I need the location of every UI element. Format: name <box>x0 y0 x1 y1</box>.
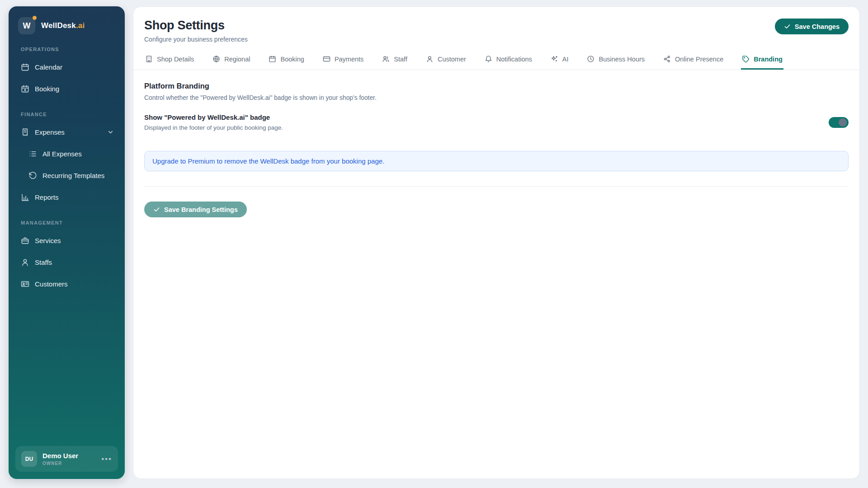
calendar-plus-icon <box>21 84 29 93</box>
bar-chart-icon <box>21 193 29 202</box>
tab-staff[interactable]: Staff <box>381 49 408 70</box>
tab-ai[interactable]: AI <box>550 49 570 70</box>
avatar: DU <box>21 451 37 467</box>
ellipsis-icon[interactable]: ••• <box>101 455 112 464</box>
app-name-suffix: .ai <box>76 21 85 30</box>
section-title: Platform Branding <box>144 82 849 90</box>
sidebar-section-finance: FINANCE <box>21 112 114 117</box>
toggle-knob <box>839 118 847 127</box>
page-title: Shop Settings <box>144 19 248 33</box>
sidebar-item-label: Staffs <box>35 258 52 266</box>
app-name: WellDesk.ai <box>41 21 85 30</box>
sidebar-item-label: Reports <box>35 193 59 201</box>
sidebar-item-staffs[interactable]: Staffs <box>14 253 119 271</box>
sidebar-item-recurring-templates[interactable]: Recurring Templates <box>14 166 119 184</box>
globe-icon <box>212 55 220 63</box>
logo-mark: W <box>18 17 35 34</box>
tab-customer[interactable]: Customer <box>425 49 467 70</box>
sidebar-item-booking[interactable]: Booking <box>14 80 119 98</box>
sidebar-item-all-expenses[interactable]: All Expenses <box>14 145 119 163</box>
briefcase-icon <box>21 236 29 245</box>
logo-notification-dot <box>33 16 37 20</box>
user-role: OWNER <box>42 461 96 466</box>
section-description: Control whether the "Powered by WellDesk… <box>144 94 849 101</box>
toggle-description: Displayed in the footer of your public b… <box>144 124 283 131</box>
calendar-icon <box>269 55 276 63</box>
branding-panel: Platform Branding Control whether the "P… <box>133 70 859 229</box>
sidebar-item-label: Services <box>35 237 61 244</box>
tab-branding[interactable]: Branding <box>741 49 783 70</box>
chevron-down-icon <box>107 129 114 136</box>
sidebar-item-label: Booking <box>35 85 59 93</box>
bell-icon <box>485 55 492 63</box>
upgrade-banner[interactable]: Upgrade to Premium to remove the WellDes… <box>144 151 849 171</box>
save-changes-button[interactable]: Save Changes <box>775 19 849 34</box>
share-icon <box>663 55 671 63</box>
clock-icon <box>587 55 594 63</box>
sidebar-item-label: Recurring Templates <box>42 172 104 179</box>
main-panel: Shop Settings Configure your business pr… <box>133 6 860 479</box>
credit-card-icon <box>323 55 330 63</box>
check-icon <box>153 206 160 213</box>
tab-business-hours[interactable]: Business Hours <box>586 49 646 70</box>
divider <box>144 186 849 187</box>
user-card[interactable]: DU Demo User OWNER ••• <box>15 446 118 472</box>
list-icon <box>28 150 37 158</box>
calendar-icon <box>21 63 29 71</box>
sidebar-item-reports[interactable]: Reports <box>14 188 119 206</box>
page-header: Shop Settings Configure your business pr… <box>133 7 859 43</box>
history-icon <box>28 171 37 180</box>
sidebar-item-label: Customers <box>35 280 68 288</box>
tab-booking[interactable]: Booking <box>268 49 305 70</box>
badge-toggle-switch[interactable] <box>829 117 849 128</box>
tab-shop-details[interactable]: Shop Details <box>144 49 195 70</box>
tab-payments[interactable]: Payments <box>322 49 364 70</box>
receipt-icon <box>21 128 29 136</box>
sidebar-item-label: Calendar <box>35 63 62 71</box>
user-icon <box>21 258 29 267</box>
sidebar-item-label: All Expenses <box>42 150 82 158</box>
sidebar: W WellDesk.ai OPERATIONS Calendar Bookin… <box>9 6 125 479</box>
sparkles-icon <box>551 55 558 63</box>
tab-online-presence[interactable]: Online Presence <box>662 49 724 70</box>
check-icon <box>784 23 791 30</box>
app-logo: W WellDesk.ai <box>18 17 116 34</box>
tag-icon <box>742 55 750 63</box>
logo-letter: W <box>23 21 31 31</box>
users-icon <box>382 55 390 63</box>
user-icon <box>426 55 434 63</box>
badge-toggle-row: Show "Powered by WellDesk.ai" badge Disp… <box>144 113 849 131</box>
sidebar-item-customers[interactable]: Customers <box>14 275 119 293</box>
sidebar-item-expenses[interactable]: Expenses <box>14 123 119 141</box>
sidebar-section-operations: OPERATIONS <box>21 47 114 52</box>
building-icon <box>145 55 153 63</box>
tab-notifications[interactable]: Notifications <box>484 49 533 70</box>
upgrade-banner-text: Upgrade to Premium to remove the WellDes… <box>152 157 384 165</box>
save-branding-settings-button[interactable]: Save Branding Settings <box>144 202 247 217</box>
sidebar-item-services[interactable]: Services <box>14 231 119 249</box>
user-name: Demo User <box>42 452 96 460</box>
settings-tabs: Shop Details Regional Booking Payments S… <box>133 49 859 70</box>
id-card-icon <box>21 280 29 288</box>
sidebar-item-label: Expenses <box>35 128 65 136</box>
tab-regional[interactable]: Regional <box>212 49 251 70</box>
sidebar-section-management: MANAGEMENT <box>21 220 114 225</box>
sidebar-item-calendar[interactable]: Calendar <box>14 58 119 76</box>
toggle-label: Show "Powered by WellDesk.ai" badge <box>144 113 283 121</box>
page-subtitle: Configure your business preferences <box>144 36 248 43</box>
